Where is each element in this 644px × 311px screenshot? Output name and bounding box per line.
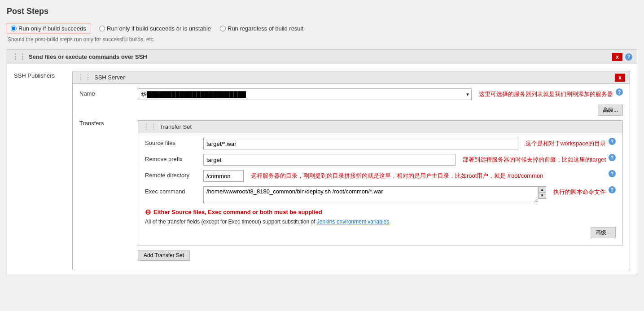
exec-command-control: ▲ ▼ 执行的脚本命令文件: [203, 186, 606, 203]
radio-option-1[interactable]: Run only if build succeeds: [7, 23, 90, 34]
ssh-publishers-row: SSH Publishers ⋮⋮ SSH Server x: [14, 69, 630, 270]
transfers-box: ⋮⋮ Transfer Set Source files: [138, 120, 623, 245]
exec-command-spinner: ▲ ▼: [538, 186, 546, 199]
radio-label-2: Run only if build succeeds or is unstabl…: [107, 25, 211, 32]
transfers-header: ⋮⋮ Transfer Set: [138, 121, 622, 133]
remote-directory-help-icon[interactable]: ?: [609, 170, 616, 177]
transfers-form-row: Transfers ⋮⋮ Transfer Set: [79, 118, 623, 261]
ssh-publishers-content: ⋮⋮ SSH Server x Name: [72, 69, 630, 270]
advanced-button-top[interactable]: 高级...: [598, 105, 623, 116]
section-header: ⋮⋮ Send files or execute commands over S…: [7, 50, 637, 64]
source-files-annotation: 这个是相对于workspace的目录: [526, 140, 606, 148]
add-transfer-set-button[interactable]: Add Transfer Set: [138, 250, 190, 261]
ssh-server-header: ⋮⋮ SSH Server x: [73, 71, 630, 84]
radio-label-3: Run regardless of build result: [228, 25, 303, 32]
advanced-button-bottom[interactable]: 高级...: [591, 227, 616, 238]
section-help-icon[interactable]: ?: [625, 53, 632, 61]
remove-prefix-annotation: 部署到远程服务器的时候去掉的前缀，比如这里的target: [463, 156, 606, 164]
ssh-server-body: Name 华████████████████████████ ▼ 这里可选择的服…: [73, 84, 630, 270]
name-label: Name: [79, 88, 138, 97]
radio-input-2[interactable]: [99, 26, 105, 31]
name-help-icon[interactable]: ?: [616, 88, 623, 96]
source-files-input[interactable]: [203, 138, 518, 149]
exec-command-textarea-wrap: ▲ ▼: [203, 186, 546, 203]
advanced-row-bottom: 高级...: [145, 227, 616, 238]
remote-directory-row: Remote directory 远程服务器的目录，刚刚提到的目录拼接指的就是这…: [145, 170, 616, 182]
section-title: Send files or execute commands over SSH: [29, 53, 147, 60]
source-files-label: Source files: [145, 138, 203, 146]
remote-directory-input[interactable]: [203, 170, 244, 182]
radio-hint: Should the post-build steps run only for…: [8, 36, 637, 43]
drag-handle-icon: ⋮⋮: [12, 53, 26, 61]
name-annotation: 这里可选择的服务器列表就是我们刚刚添加的服务器: [479, 90, 613, 98]
section-delete-button[interactable]: x: [612, 53, 622, 61]
ssh-server-delete-button[interactable]: x: [615, 74, 625, 82]
radio-group: Run only if build succeeds Run only if b…: [7, 23, 637, 34]
remove-prefix-label: Remove prefix: [145, 154, 203, 162]
section-body: SSH Publishers ⋮⋮ SSH Server x: [7, 64, 637, 275]
ssh-server-drag-handle: ⋮⋮: [77, 73, 92, 82]
radio-option-3[interactable]: Run regardless of build result: [220, 25, 303, 32]
advanced-row-top: 高级...: [79, 105, 623, 116]
exec-command-annotation: 执行的脚本命令文件: [553, 188, 606, 196]
exec-command-label: Exec command: [145, 186, 203, 195]
transfer-set-title: Transfer Set: [160, 123, 192, 130]
exec-command-row: Exec command ▲ ▼: [145, 186, 616, 203]
info-text: All of the transfer fields (except for E…: [145, 219, 616, 225]
radio-option-2[interactable]: Run only if build succeeds or is unstabl…: [99, 25, 211, 32]
jenkins-env-link[interactable]: Jenkins environment variables: [317, 219, 389, 225]
exec-command-help-icon[interactable]: ?: [609, 186, 616, 193]
radio-input-3[interactable]: [220, 26, 226, 31]
radio-input-1[interactable]: [11, 26, 17, 31]
error-icon: ⊖: [145, 208, 151, 216]
exec-command-spinner-down[interactable]: ▼: [539, 193, 546, 198]
page-title: Post Steps: [7, 7, 637, 16]
transfers-content: ⋮⋮ Transfer Set Source files: [138, 118, 623, 261]
name-select-wrapper: 华████████████████████████ ▼: [138, 88, 472, 100]
name-form-row: Name 华████████████████████████ ▼ 这里可选择的服…: [79, 88, 623, 100]
info-text-main: All of the transfer fields (except for E…: [145, 219, 317, 225]
name-select[interactable]: 华████████████████████████: [138, 88, 472, 100]
remove-prefix-input[interactable]: [203, 154, 456, 166]
exec-command-spinner-up[interactable]: ▲: [539, 187, 546, 193]
remove-prefix-help-icon[interactable]: ?: [609, 154, 616, 161]
transfers-drag-handle: ⋮⋮: [143, 123, 157, 131]
main-section-box: ⋮⋮ Send files or execute commands over S…: [7, 49, 637, 275]
remote-directory-annotation: 远程服务器的目录，刚刚提到的目录拼接指的就是这里，相对的是用户主目录，比如roo…: [251, 172, 543, 180]
transfers-label: Transfers: [79, 118, 138, 127]
transfers-body: Source files 这个是相对于workspace的目录 ?: [138, 133, 622, 245]
remote-directory-control: 远程服务器的目录，刚刚提到的目录拼接指的就是这里，相对的是用户主目录，比如roo…: [203, 170, 606, 182]
section-header-title: ⋮⋮ Send files or execute commands over S…: [12, 53, 147, 61]
remote-directory-label: Remote directory: [145, 170, 203, 179]
source-files-help-icon[interactable]: ?: [609, 138, 616, 145]
remove-prefix-row: Remove prefix 部署到远程服务器的时候去掉的前缀，比如这里的targ…: [145, 154, 616, 166]
ssh-server-title: SSH Server: [94, 74, 125, 81]
source-files-control: 这个是相对于workspace的目录: [203, 138, 606, 149]
remove-prefix-control: 部署到远程服务器的时候去掉的前缀，比如这里的target: [203, 154, 606, 166]
ssh-server-box: ⋮⋮ SSH Server x Name: [72, 71, 630, 270]
name-control-wrap: 华████████████████████████ ▼ 这里可选择的服务器列表就…: [138, 88, 613, 100]
source-files-row: Source files 这个是相对于workspace的目录 ?: [145, 138, 616, 149]
page-container: Post Steps Run only if build succeeds Ru…: [0, 0, 644, 311]
error-row: ⊖ Either Source files, Exec command or b…: [145, 208, 616, 216]
exec-command-textarea[interactable]: [203, 186, 538, 203]
radio-label-1: Run only if build succeeds: [18, 25, 86, 32]
error-text: Either Source files, Exec command or bot…: [153, 209, 322, 215]
ssh-publishers-label: SSH Publishers: [14, 69, 72, 79]
